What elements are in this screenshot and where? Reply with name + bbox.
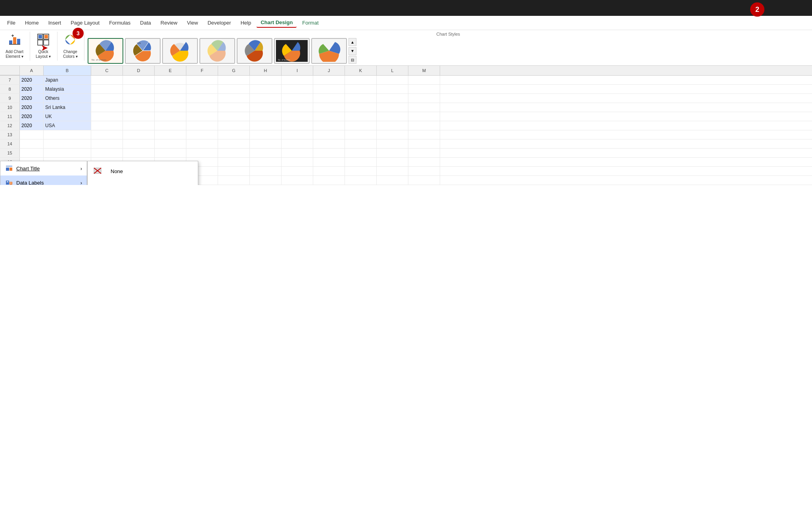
cell-7-f[interactable] xyxy=(186,76,218,84)
cell-7-year[interactable]: 2020 xyxy=(20,76,44,84)
cell-8-c[interactable] xyxy=(91,85,123,93)
cell-10-i[interactable] xyxy=(282,103,313,112)
menu-developer[interactable]: Developer xyxy=(203,18,235,27)
cell-14-country[interactable] xyxy=(44,139,91,148)
cell-15-e[interactable] xyxy=(155,149,186,157)
cell-10-c[interactable] xyxy=(91,103,123,112)
cell-9-l[interactable] xyxy=(377,94,408,103)
cell-17-m[interactable] xyxy=(408,167,440,175)
cell-7-i[interactable] xyxy=(282,76,313,84)
cell-11-h[interactable] xyxy=(250,112,282,121)
menu-help[interactable]: Help xyxy=(237,18,255,27)
cell-7-h[interactable] xyxy=(250,76,282,84)
cell-9-c[interactable] xyxy=(91,94,123,103)
menu-format[interactable]: Format xyxy=(298,18,322,27)
cell-15-f[interactable] xyxy=(186,149,218,157)
cell-12-c[interactable] xyxy=(91,121,123,130)
cell-13-country[interactable] xyxy=(44,130,91,139)
cell-14-year[interactable] xyxy=(20,139,44,148)
ribbon-scroll-up[interactable]: ▲ xyxy=(349,38,356,46)
cell-10-d[interactable] xyxy=(123,103,155,112)
cell-7-c[interactable] xyxy=(91,76,123,84)
cell-10-g[interactable] xyxy=(218,103,250,112)
add-chart-element-btn[interactable]: Add ChartElement ▾ xyxy=(3,32,26,61)
cell-12-m[interactable] xyxy=(408,121,440,130)
cell-9-year[interactable]: 2020 xyxy=(20,94,44,103)
cell-8-country[interactable]: Malaysia xyxy=(44,85,91,93)
cell-13-c[interactable] xyxy=(91,130,123,139)
cell-13-d[interactable] xyxy=(123,130,155,139)
cell-12-e[interactable] xyxy=(155,121,186,130)
cell-14-e[interactable] xyxy=(155,139,186,148)
cell-11-year[interactable]: 2020 xyxy=(20,112,44,121)
cell-10-l[interactable] xyxy=(377,103,408,112)
menu-view[interactable]: View xyxy=(183,18,202,27)
chart-style-5[interactable] xyxy=(237,38,272,64)
menu-home[interactable]: Home xyxy=(21,18,43,27)
chart-style-3[interactable] xyxy=(162,38,198,64)
cell-14-f[interactable] xyxy=(186,139,218,148)
cell-11-j[interactable] xyxy=(313,112,345,121)
cell-10-country[interactable]: Sri Lanka xyxy=(44,103,91,112)
cell-8-k[interactable] xyxy=(345,85,377,93)
cell-17-g[interactable] xyxy=(218,167,250,175)
cell-9-i[interactable] xyxy=(282,94,313,103)
cell-7-k[interactable] xyxy=(345,76,377,84)
cell-14-g[interactable] xyxy=(218,139,250,148)
cell-18-h[interactable] xyxy=(250,176,282,185)
cell-10-year[interactable]: 2020 xyxy=(20,103,44,112)
menu-review[interactable]: Review xyxy=(157,18,182,27)
cell-10-e[interactable] xyxy=(155,103,186,112)
cell-18-m[interactable] xyxy=(408,176,440,185)
cell-16-j[interactable] xyxy=(313,158,345,166)
cell-15-i[interactable] xyxy=(282,149,313,157)
cell-13-l[interactable] xyxy=(377,130,408,139)
cell-9-e[interactable] xyxy=(155,94,186,103)
submenu-none[interactable]: None xyxy=(88,161,198,181)
chart-style-7[interactable] xyxy=(311,38,347,64)
cell-8-h[interactable] xyxy=(250,85,282,93)
cell-14-m[interactable] xyxy=(408,139,440,148)
cell-8-j[interactable] xyxy=(313,85,345,93)
menu-page-layout[interactable]: Page Layout xyxy=(67,18,103,27)
menu-file[interactable]: File xyxy=(3,18,19,27)
cell-15-m[interactable] xyxy=(408,149,440,157)
cell-10-f[interactable] xyxy=(186,103,218,112)
cell-10-k[interactable] xyxy=(345,103,377,112)
cell-14-c[interactable] xyxy=(91,139,123,148)
cell-18-i[interactable] xyxy=(282,176,313,185)
cell-7-j[interactable] xyxy=(313,76,345,84)
cell-9-m[interactable] xyxy=(408,94,440,103)
cell-11-m[interactable] xyxy=(408,112,440,121)
cell-8-f[interactable] xyxy=(186,85,218,93)
cell-11-e[interactable] xyxy=(155,112,186,121)
cell-15-k[interactable] xyxy=(345,149,377,157)
cell-18-g[interactable] xyxy=(218,176,250,185)
cell-16-i[interactable] xyxy=(282,158,313,166)
ribbon-scroll-expand[interactable]: ⊟ xyxy=(349,56,356,64)
cell-11-country[interactable]: UK xyxy=(44,112,91,121)
cell-9-f[interactable] xyxy=(186,94,218,103)
cell-13-e[interactable] xyxy=(155,130,186,139)
cell-12-year[interactable]: 2020 xyxy=(20,121,44,130)
submenu-center[interactable]: Center xyxy=(88,181,198,185)
cell-12-g[interactable] xyxy=(218,121,250,130)
cell-13-j[interactable] xyxy=(313,130,345,139)
cell-9-g[interactable] xyxy=(218,94,250,103)
cell-14-h[interactable] xyxy=(250,139,282,148)
cell-14-i[interactable] xyxy=(282,139,313,148)
cell-9-j[interactable] xyxy=(313,94,345,103)
cell-18-k[interactable] xyxy=(345,176,377,185)
cell-8-i[interactable] xyxy=(282,85,313,93)
cell-13-h[interactable] xyxy=(250,130,282,139)
dropdown-chart-title[interactable]: Chart Title › xyxy=(0,161,87,175)
cell-13-i[interactable] xyxy=(282,130,313,139)
cell-16-k[interactable] xyxy=(345,158,377,166)
cell-12-country[interactable]: USA xyxy=(44,121,91,130)
cell-13-f[interactable] xyxy=(186,130,218,139)
cell-18-l[interactable] xyxy=(377,176,408,185)
cell-8-m[interactable] xyxy=(408,85,440,93)
menu-chart-design[interactable]: Chart Design xyxy=(257,18,297,28)
cell-11-i[interactable] xyxy=(282,112,313,121)
cell-11-d[interactable] xyxy=(123,112,155,121)
